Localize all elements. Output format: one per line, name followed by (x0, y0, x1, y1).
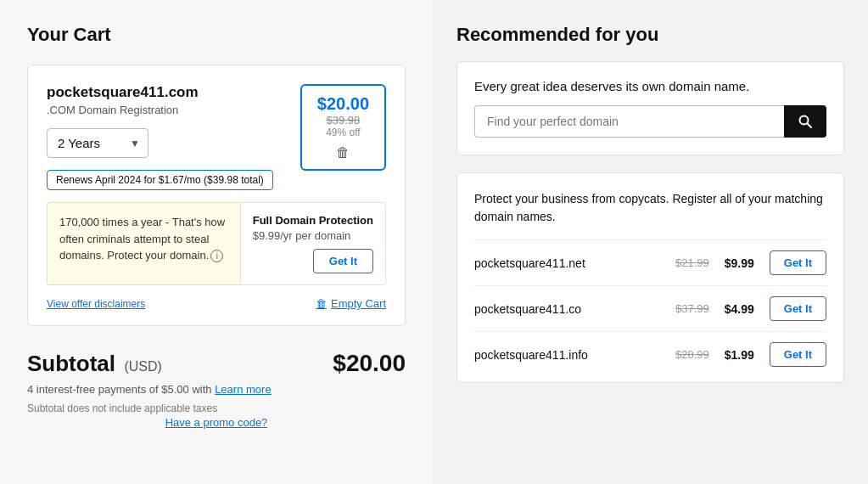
trash-icon-small: 🗑 (316, 297, 327, 310)
promo-row: 170,000 times a year - That's how often … (47, 202, 386, 285)
domain-search-row (474, 105, 826, 138)
subtotal-amount: $20.00 (333, 350, 406, 377)
domain-rec-new-1: $4.99 (725, 302, 754, 316)
domain-rec-row-1: pocketsquare411.co $37.99 $4.99 Get It (474, 285, 826, 331)
subtotal-label: Subtotal (27, 351, 115, 376)
page-title: Your Cart (27, 24, 406, 46)
subtotal-usd: (USD) (124, 359, 161, 374)
domain-rec-old-0: $21.99 (675, 256, 709, 269)
view-offer-link[interactable]: View offer disclaimers (47, 298, 145, 310)
right-panel: Recommended for you Every great idea des… (433, 0, 868, 484)
domain-reg-label: .COM Domain Registration (47, 104, 300, 116)
svg-line-1 (808, 124, 812, 128)
get-it-button-1[interactable]: Get It (770, 296, 826, 321)
info-icon[interactable]: i (210, 250, 223, 262)
subtotal-label-group: Subtotal (USD) (27, 351, 162, 377)
domain-rec-prices-0: $21.99 $9.99 Get It (675, 250, 826, 275)
copycats-title: Protect your business from copycats. Reg… (474, 190, 826, 226)
promo-get-it-button[interactable]: Get It (313, 249, 373, 273)
promo-code-link[interactable]: Have a promo code? (27, 416, 406, 429)
price-main: $20.00 (317, 94, 369, 113)
domain-left: pocketsquare411.com .COM Domain Registra… (47, 84, 300, 190)
subtotal-section: Subtotal (USD) $20.00 4 interest-free pa… (27, 350, 406, 429)
domain-rec-row-2: pocketsquare411.info $28.99 $1.99 Get It (474, 331, 826, 377)
promo-cta-price: $9.99/yr per domain (253, 229, 373, 242)
domain-rec-new-0: $9.99 (725, 256, 754, 270)
subtotal-row: Subtotal (USD) $20.00 (27, 350, 406, 377)
domain-rec-old-1: $37.99 (675, 302, 709, 315)
domain-rec-prices-2: $28.99 $1.99 Get It (675, 342, 826, 367)
learn-more-link[interactable]: Learn more (215, 383, 271, 396)
empty-cart-label: Empty Cart (331, 297, 386, 310)
year-select-wrapper[interactable]: 1 Year 2 Years 3 Years 5 Years ▼ (47, 128, 148, 158)
subtotal-installments: 4 interest-free payments of $5.00 with L… (27, 383, 406, 396)
cart-card: pocketsquare411.com .COM Domain Registra… (27, 65, 406, 326)
domain-rec-old-2: $28.99 (675, 348, 709, 361)
trash-icon[interactable]: 🗑 (317, 145, 369, 160)
promo-yellow-box: 170,000 times a year - That's how often … (47, 202, 240, 285)
domain-rec-name-0: pocketsquare411.net (474, 256, 585, 270)
domain-name: pocketsquare411.com (47, 84, 300, 101)
subtotal-tax: Subtotal does not include applicable tax… (27, 402, 406, 414)
domain-rec-row-0: pocketsquare411.net $21.99 $9.99 Get It (474, 239, 826, 285)
domain-search-input[interactable] (474, 105, 784, 138)
domain-search-card: Every great idea deserves its own domain… (456, 61, 844, 155)
search-icon (798, 114, 813, 129)
left-panel: Your Cart pocketsquare411.com .COM Domai… (0, 0, 433, 484)
get-it-button-2[interactable]: Get It (770, 342, 826, 367)
domain-search-button[interactable] (784, 105, 826, 138)
domain-rec-new-2: $1.99 (725, 348, 754, 362)
domain-header-row: pocketsquare411.com .COM Domain Registra… (47, 84, 386, 190)
promo-cta-box: Full Domain Protection $9.99/yr per doma… (240, 202, 386, 285)
domain-search-title: Every great idea deserves its own domain… (474, 79, 826, 93)
promo-cta-label: Full Domain Protection (253, 214, 373, 227)
domain-rec-name-1: pocketsquare411.co (474, 302, 581, 316)
renews-banner: Renews April 2024 for $1.67/mo ($39.98 t… (47, 170, 273, 190)
right-page-title: Recommended for you (456, 24, 844, 46)
empty-cart-button[interactable]: 🗑 Empty Cart (316, 297, 386, 310)
domain-rec-prices-1: $37.99 $4.99 Get It (675, 296, 826, 321)
domain-rec-name-2: pocketsquare411.info (474, 348, 588, 362)
copycats-card: Protect your business from copycats. Reg… (456, 172, 844, 383)
promo-text: 170,000 times a year - That's how often … (59, 216, 225, 262)
price-off: 49% off (317, 127, 369, 138)
price-old: $39.98 (317, 114, 369, 127)
cart-footer-row: View offer disclaimers 🗑 Empty Cart (47, 297, 386, 310)
get-it-button-0[interactable]: Get It (770, 250, 826, 275)
price-block: $20.00 $39.98 49% off 🗑 (300, 84, 386, 171)
year-select[interactable]: 1 Year 2 Years 3 Years 5 Years (47, 128, 148, 158)
